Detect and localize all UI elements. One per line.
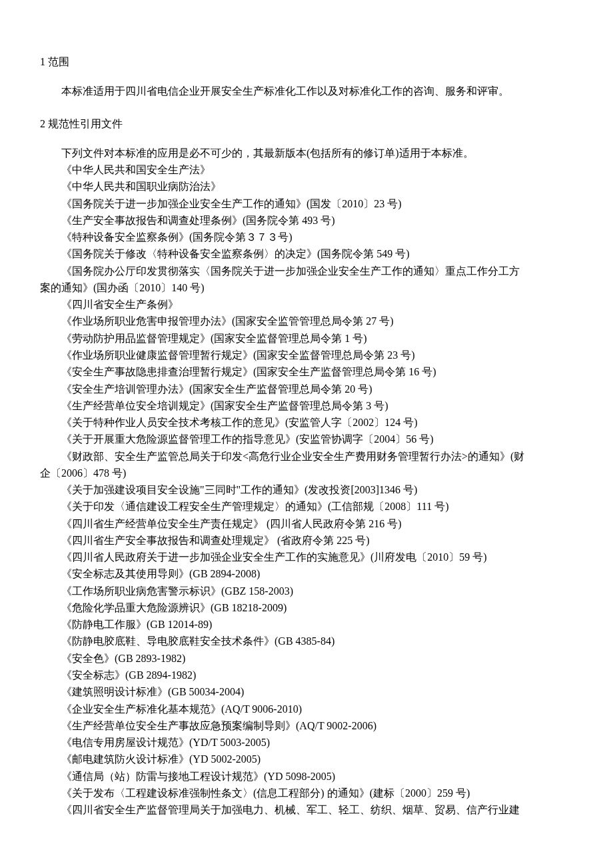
reference-line: 《四川省生产经营单位安全生产责任规定》 (四川省人民政府令第 216 号)	[40, 515, 573, 532]
reference-line: 《生产安全事故报告和调查处理条例》(国务院令第 493 号)	[40, 212, 573, 229]
reference-list-1: 《中华人民共和国安全生产法》《中华人民共和国职业病防治法》《国务院关于进一步加强…	[40, 161, 573, 263]
reference-line: 《特种设备安全监察条例》(国务院令第３７３号)	[40, 229, 573, 245]
section-1-heading: 1 范围	[40, 53, 573, 71]
reference-line: 《电信专用房屋设计规范》(YD/T 5003-2005)	[40, 734, 573, 751]
reference-line: 《工作场所职业病危害警示标识》(GBZ 158-2003)	[40, 583, 573, 599]
reference-line: 《邮电建筑防火设计标准》(YD 5002-2005)	[40, 751, 573, 767]
reference-line: 《安全生产培训管理办法》(国家安全生产监督管理总局令第 20 号)	[40, 381, 573, 397]
reference-line: 《关于特种作业人员安全技术考核工作的意见》(安监管人字〔2002〕124 号)	[40, 414, 573, 431]
reference-line: 《关于发布〈工程建设标准强制性条文〉(信息工程部分) 的通知》(建标〔2000〕…	[40, 785, 573, 801]
reference-line-continuation: 企〔2006〕478 号)	[40, 465, 573, 481]
reference-line: 《国务院关于修改〈特种设备安全监察条例〉的决定》(国务院令第 549 号)	[40, 245, 573, 262]
reference-line: 《劳动防护用品监督管理规定》(国家安全监督管理总局令第 1 号)	[40, 330, 573, 347]
reference-line: 《关于开展重大危险源监督管理工作的指导意见》(安监管协调字〔2004〕56 号)	[40, 431, 573, 447]
reference-list-3: 《关于加强建设项目安全设施"三同时"工作的通知》(发改投资[2003]1346 …	[40, 481, 573, 818]
reference-line: 《安全生产事故隐患排查治理暂行规定》(国家安全生产监督管理总局令第 16 号)	[40, 363, 573, 380]
document-page: 1 范围 本标准适用于四川省电信企业开展安全生产标准化工作以及对标准化工作的咨询…	[0, 0, 613, 868]
reference-line: 《安全色》(GB 2893-1982)	[40, 650, 573, 667]
reference-line: 《安全标志》(GB 2894-1982)	[40, 667, 573, 683]
reference-line: 《作业场所职业健康监督管理暂行规定》(国家安全监督管理总局令第 23 号)	[40, 347, 573, 363]
reference-line: 《四川省生产安全事故报告和调查处理规定》 (省政府令第 225 号)	[40, 532, 573, 549]
reference-line: 《作业场所职业危害申报管理办法》(国家安全监管管理总局令第 27 号)	[40, 313, 573, 329]
reference-line: 《企业安全生产标准化基本规范》(AQ/T 9006-2010)	[40, 701, 573, 717]
reference-line: 《防静电工作服》(GB 12014-89)	[40, 616, 573, 633]
reference-line: 《关于印发〈通信建设工程安全生产管理规定〉的通知》(工信部规〔2008〕111 …	[40, 498, 573, 515]
reference-line: 《中华人民共和国安全生产法》	[40, 161, 573, 178]
reference-line: 《危险化学品重大危险源辨识》(GB 18218-2009)	[40, 599, 573, 616]
reference-line: 《防静电胶底鞋、导电胶底鞋安全技术条件》(GB 4385-84)	[40, 633, 573, 649]
reference-line: 《中华人民共和国职业病防治法》	[40, 178, 573, 195]
reference-line: 《通信局（站）防雷与接地工程设计规范》(YD 5098-2005)	[40, 768, 573, 785]
reference-line: 《国务院办公厅印发贯彻落实〈国务院关于进一步加强企业安全生产工作的通知〉重点工作…	[40, 263, 573, 279]
reference-line: 《建筑照明设计标准》(GB 50034-2004)	[40, 683, 573, 700]
section-1-body: 本标准适用于四川省电信企业开展安全生产标准化工作以及对标准化工作的咨询、服务和评…	[40, 83, 573, 100]
reference-line: 《生产经营单位安全培训规定》(国家安全生产监督管理总局令第 3 号)	[40, 397, 573, 414]
section-2-heading: 2 规范性引用文件	[40, 115, 573, 133]
reference-line: 《四川省安全生产条例》	[40, 296, 573, 313]
section-2-intro: 下列文件对本标准的应用是必不可少的，其最新版本(包括所有的修订单)适用于本标准。	[40, 145, 573, 161]
reference-line: 《生产经营单位安全生产事故应急预案编制导则》(AQ/T 9002-2006)	[40, 717, 573, 734]
reference-line: 《安全标志及其使用导则》(GB 2894-2008)	[40, 565, 573, 582]
reference-line: 《国务院关于进一步加强企业安全生产工作的通知》(国发〔2010〕23 号)	[40, 195, 573, 212]
reference-line: 《四川省安全生产监督管理局关于加强电力、机械、军工、轻工、纺织、烟草、贸易、信产…	[40, 801, 573, 818]
reference-line: 《财政部、安全生产监管总局关于印发<高危行业企业安全生产费用财务管理暂行办法>的…	[40, 448, 573, 465]
reference-line-continuation: 案的通知》(国办函〔2010〕140 号)	[40, 279, 573, 296]
reference-list-2: 《四川省安全生产条例》《作业场所职业危害申报管理办法》(国家安全监管管理总局令第…	[40, 296, 573, 447]
reference-line: 《四川省人民政府关于进一步加强企业安全生产工作的实施意见》(川府发电〔2010〕…	[40, 549, 573, 565]
reference-line: 《关于加强建设项目安全设施"三同时"工作的通知》(发改投资[2003]1346 …	[40, 481, 573, 498]
